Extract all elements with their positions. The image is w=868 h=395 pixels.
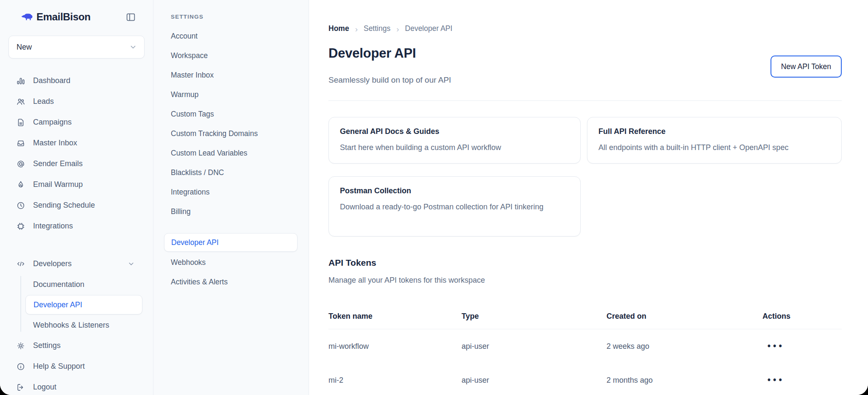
bison-logo-icon	[21, 12, 33, 22]
cell-created-on: 2 months ago	[606, 376, 762, 385]
settings-item-blacklists-dnc[interactable]: Blacklists / DNC	[153, 163, 298, 182]
gear-icon	[16, 341, 25, 350]
card-description: Start here when building a custom API wo…	[340, 142, 569, 153]
row-actions-ellipsis-icon[interactable]: •••	[762, 376, 784, 384]
sidebar-item-leads[interactable]: Leads	[0, 91, 153, 112]
settings-item-warmup[interactable]: Warmup	[153, 85, 298, 104]
settings-item-developer-api[interactable]: Developer API	[164, 233, 298, 252]
breadcrumb-developer-api: Developer API	[405, 24, 453, 33]
sidebar-collapse-button[interactable]	[125, 12, 136, 22]
breadcrumb: Home › Settings › Developer API	[328, 24, 842, 33]
sidebar-subitem-developer-api[interactable]: Developer API	[25, 295, 142, 314]
settings-item-master-inbox[interactable]: Master Inbox	[153, 65, 298, 85]
breadcrumb-separator-icon: ›	[396, 25, 399, 33]
settings-item-label: Activities & Alerts	[171, 278, 228, 287]
sidebar-item-label: Campaigns	[33, 118, 72, 127]
cell-token-name: mi-2	[328, 376, 462, 385]
sidebar-item-email-warmup[interactable]: Email Warmup	[0, 174, 153, 195]
settings-item-workspace[interactable]: Workspace	[153, 46, 298, 65]
card-general-api-docs[interactable]: General API Docs & Guides Start here whe…	[328, 117, 581, 164]
sidebar-item-label: Logout	[33, 383, 56, 392]
sidebar-item-label: Dashboard	[33, 76, 70, 85]
sidebar-subitem-webhooks-listeners[interactable]: Webhooks & Listeners	[0, 315, 153, 335]
document-icon	[16, 118, 25, 127]
sidebar-item-sending-schedule[interactable]: Sending Schedule	[0, 195, 153, 216]
sidebar-item-label: Sender Emails	[33, 159, 83, 168]
breadcrumb-home[interactable]: Home	[328, 24, 349, 33]
chevron-down-icon	[129, 43, 137, 51]
settings-item-custom-tracking-domains[interactable]: Custom Tracking Domains	[153, 124, 298, 143]
settings-item-label: Billing	[171, 207, 191, 216]
sidebar-subitem-label: Webhooks & Listeners	[33, 321, 109, 330]
sidebar-item-developers[interactable]: Developers	[0, 253, 153, 274]
table-row: mi-workflow api-user 2 weeks ago •••	[328, 329, 842, 363]
sidebar-header: EmailBison	[0, 0, 153, 23]
api-tokens-subtitle: Manage all your API tokens for this work…	[328, 276, 842, 285]
sidebar-item-integrations[interactable]: Integrations	[0, 216, 153, 236]
breadcrumb-separator-icon: ›	[355, 25, 358, 33]
at-sign-icon	[16, 159, 25, 169]
logo: EmailBison	[21, 11, 91, 23]
sidebar-item-logout[interactable]: Logout	[0, 377, 153, 395]
sidebar-subitem-documentation[interactable]: Documentation	[0, 274, 153, 295]
settings-item-label: Workspace	[171, 51, 208, 60]
main-content: Home › Settings › Developer API Develope…	[309, 0, 868, 395]
users-icon	[16, 97, 25, 106]
sidebar-item-master-inbox[interactable]: Master Inbox	[0, 133, 153, 153]
settings-item-custom-tags[interactable]: Custom Tags	[153, 104, 298, 124]
settings-item-webhooks[interactable]: Webhooks	[153, 253, 298, 272]
sidebar-item-settings[interactable]: Settings	[0, 335, 153, 356]
card-full-api-reference[interactable]: Full API Reference All endpoints with a …	[587, 117, 842, 164]
column-header-type: Type	[462, 312, 606, 321]
sidebar-item-dashboard[interactable]: Dashboard	[0, 70, 153, 91]
page-title: Developer API	[328, 45, 451, 62]
sidebar-item-label: Developers	[33, 259, 72, 268]
settings-item-billing[interactable]: Billing	[153, 202, 298, 221]
chip-icon	[16, 222, 25, 231]
column-header-token-name: Token name	[328, 312, 462, 321]
sidebar-item-label: Leads	[33, 97, 54, 106]
cell-type: api-user	[462, 376, 606, 385]
card-description: All endpoints with a built-in HTTP clien…	[598, 142, 827, 153]
clock-icon	[16, 201, 25, 210]
sidebar-subitem-label: Developer API	[33, 300, 82, 309]
sidebar-item-help-support[interactable]: Help & Support	[0, 356, 153, 377]
settings-item-label: Integrations	[171, 188, 209, 197]
settings-item-account[interactable]: Account	[153, 26, 298, 46]
settings-item-label: Webhooks	[171, 258, 206, 267]
settings-item-label: Master Inbox	[171, 71, 214, 80]
card-title: Postman Collection	[340, 186, 569, 195]
column-header-actions: Actions	[762, 312, 842, 321]
sidebar-item-sender-emails[interactable]: Sender Emails	[0, 153, 153, 174]
code-icon	[16, 259, 25, 269]
bar-chart-icon	[16, 76, 25, 86]
settings-item-custom-lead-variables[interactable]: Custom Lead Variables	[153, 143, 298, 163]
panel-left-icon	[125, 12, 136, 22]
row-actions-ellipsis-icon[interactable]: •••	[762, 342, 784, 350]
new-api-token-button[interactable]: New API Token	[771, 56, 842, 78]
page-header-text: Developer API Seamlessly build on top of…	[328, 45, 451, 85]
table-header: Token name Type Created on Actions	[328, 312, 842, 329]
logout-icon	[16, 383, 25, 392]
settings-item-label: Custom Lead Variables	[171, 149, 248, 158]
workspace-selector[interactable]: New	[8, 36, 145, 58]
workspace-selector-value: New	[17, 43, 32, 52]
sidebar-item-label: Sending Schedule	[33, 201, 95, 210]
api-tokens-table: Token name Type Created on Actions mi-wo…	[328, 312, 842, 395]
page-header: Developer API Seamlessly build on top of…	[328, 45, 842, 85]
card-postman-collection[interactable]: Postman Collection Download a ready-to-g…	[328, 176, 581, 236]
settings-item-integrations[interactable]: Integrations	[153, 182, 298, 202]
flame-icon	[16, 180, 25, 189]
api-tokens-title: API Tokens	[328, 258, 842, 268]
cell-type: api-user	[462, 342, 606, 351]
settings-item-label: Developer API	[171, 238, 219, 247]
settings-item-activities-alerts[interactable]: Activities & Alerts	[153, 272, 298, 292]
sidebar-item-campaigns[interactable]: Campaigns	[0, 112, 153, 133]
sidebar-item-label: Help & Support	[33, 362, 85, 371]
developers-submenu: Documentation Developer API Webhooks & L…	[0, 274, 153, 335]
settings-menu: SETTINGS Account Workspace Master Inbox …	[153, 0, 309, 395]
breadcrumb-settings[interactable]: Settings	[364, 24, 390, 33]
api-resource-cards: General API Docs & Guides Start here whe…	[328, 117, 842, 236]
column-header-created-on: Created on	[606, 312, 762, 321]
app-window: EmailBison New Dashboard	[0, 0, 868, 395]
